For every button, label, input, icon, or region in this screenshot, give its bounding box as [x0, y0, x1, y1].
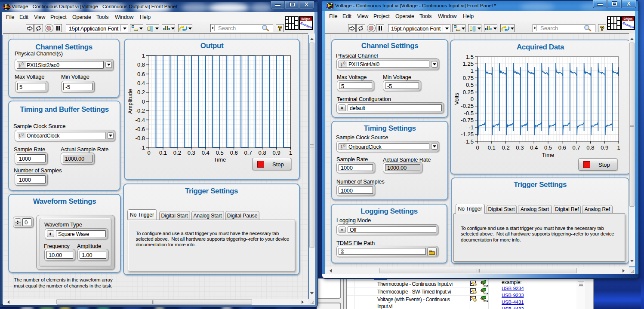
svg-text:0: 0 — [476, 144, 479, 151]
svg-text:-0.25: -0.25 — [461, 103, 474, 109]
svg-text:Amplitude: Amplitude — [127, 89, 133, 114]
svg-text:-0.5: -0.5 — [464, 110, 474, 116]
svg-text:1.5: 1.5 — [466, 54, 474, 60]
svg-text:0.1: 0.1 — [159, 150, 167, 156]
svg-text:0.6: 0.6 — [137, 71, 145, 77]
svg-text:1: 1 — [142, 52, 145, 59]
svg-text:0.2: 0.2 — [137, 89, 145, 95]
svg-text:0.25: 0.25 — [463, 89, 474, 95]
svg-text:0: 0 — [147, 150, 150, 156]
svg-text:1: 1 — [289, 150, 292, 156]
svg-text:-0.75: -0.75 — [461, 117, 474, 123]
svg-text:0.75: 0.75 — [463, 75, 474, 81]
svg-text:-0.8: -0.8 — [136, 135, 145, 141]
svg-text:0.4: 0.4 — [137, 80, 145, 86]
svg-text:0.6: 0.6 — [558, 144, 566, 151]
svg-text:0.9: 0.9 — [601, 144, 608, 151]
svg-text:0.2: 0.2 — [173, 150, 181, 156]
svg-text:-1.25: -1.25 — [461, 131, 474, 138]
svg-text:Time: Time — [542, 152, 554, 158]
svg-text:0.3: 0.3 — [516, 144, 524, 151]
svg-text:0.5: 0.5 — [216, 150, 224, 156]
svg-text:0.5: 0.5 — [466, 82, 474, 88]
svg-text:-1: -1 — [140, 144, 145, 151]
svg-text:0.7: 0.7 — [573, 144, 580, 151]
svg-text:0.6: 0.6 — [230, 150, 238, 156]
svg-text:0.5: 0.5 — [544, 144, 552, 151]
svg-text:-0.6: -0.6 — [136, 126, 145, 132]
svg-text:0.4: 0.4 — [202, 150, 210, 156]
svg-text:0.3: 0.3 — [188, 150, 195, 156]
svg-text:Time: Time — [214, 156, 226, 163]
svg-text:0.9: 0.9 — [273, 150, 280, 156]
svg-text:1: 1 — [617, 144, 620, 151]
svg-text:-1: -1 — [468, 124, 474, 131]
svg-text:-0.4: -0.4 — [136, 117, 145, 123]
svg-text:0.8: 0.8 — [137, 61, 145, 68]
svg-text:0.7: 0.7 — [244, 150, 252, 156]
svg-text:0: 0 — [471, 96, 474, 102]
svg-text:0.8: 0.8 — [259, 150, 266, 156]
svg-text:0: 0 — [142, 98, 145, 105]
svg-text:1.25: 1.25 — [463, 61, 474, 67]
svg-text:0.2: 0.2 — [502, 144, 510, 151]
svg-text:-1.5: -1.5 — [464, 138, 474, 145]
svg-text:Volts: Volts — [453, 92, 460, 105]
svg-text:-0.2: -0.2 — [136, 107, 145, 114]
svg-text:0.1: 0.1 — [488, 144, 496, 151]
svg-text:0.8: 0.8 — [586, 144, 594, 151]
svg-text:1: 1 — [471, 67, 474, 74]
svg-text:0.4: 0.4 — [530, 144, 538, 151]
